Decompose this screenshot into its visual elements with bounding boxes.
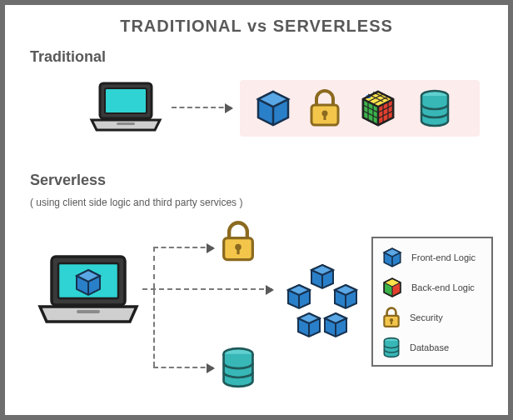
svg-rect-17 <box>391 321 392 324</box>
legend-row-security: Security <box>381 307 483 328</box>
lock-icon <box>381 307 401 328</box>
lock-icon <box>306 88 343 128</box>
arrow-segment <box>153 290 155 367</box>
legend-row-database: Database <box>381 337 483 358</box>
section-label-serverless: Serverless <box>30 172 106 189</box>
section-label-traditional: Traditional <box>30 48 106 66</box>
cube-cluster-icon <box>276 263 368 347</box>
legend-row-backend: Back-end Logic <box>381 277 483 298</box>
arrow-segment <box>153 247 155 288</box>
diagram-frame: TRADITIONAL vs SERVERLESS Traditional <box>0 0 513 420</box>
page-title: TRADITIONAL vs SERVERLESS <box>5 17 508 36</box>
arrow-to-frontend <box>142 288 272 290</box>
rubik-icon <box>381 277 403 298</box>
database-icon <box>416 88 453 128</box>
legend-row-frontend: Front-end Logic <box>381 247 483 268</box>
legend-label: Back-end Logic <box>411 282 475 292</box>
svg-rect-13 <box>237 248 239 255</box>
legend-box: Front-end Logic Back-end Logic Security <box>371 237 493 367</box>
svg-rect-1 <box>105 88 147 113</box>
arrow-to-database <box>153 367 213 368</box>
serverless-subtitle: ( using client side logic and third part… <box>30 197 242 208</box>
legend-label: Database <box>410 342 449 352</box>
lock-icon <box>218 220 258 263</box>
arrow-to-security <box>153 247 213 248</box>
legend-label: Front-end Logic <box>411 252 476 262</box>
laptop-icon <box>37 255 140 327</box>
database-icon <box>381 337 401 358</box>
svg-rect-5 <box>324 114 326 120</box>
svg-rect-2 <box>117 122 135 125</box>
arrow-traditional <box>172 107 232 108</box>
legend-label: Security <box>410 312 443 322</box>
svg-rect-10 <box>77 310 100 313</box>
cube-icon <box>253 88 293 128</box>
laptop-icon <box>88 82 163 133</box>
rubik-icon <box>358 88 398 128</box>
cube-icon <box>381 247 403 268</box>
database-icon <box>218 345 258 390</box>
